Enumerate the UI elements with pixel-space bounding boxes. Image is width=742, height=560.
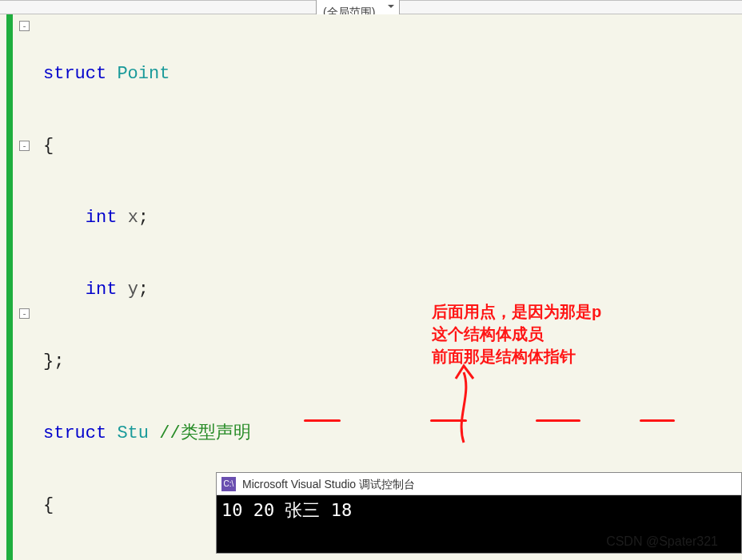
fold-box[interactable]: - <box>19 141 30 151</box>
console-title: Microsoft Visual Studio 调试控制台 <box>242 472 415 496</box>
type-name: Stu <box>117 423 149 443</box>
watermark: CSDN @Spater321 <box>606 530 718 554</box>
annotation-line: 这个结构体成员 <box>432 323 672 345</box>
code-line[interactable]: int x; <box>43 206 742 230</box>
brace: }; <box>43 351 64 371</box>
code-line[interactable]: struct Point <box>43 62 742 86</box>
annotation-underline <box>430 419 467 422</box>
type-name: Point <box>117 64 170 84</box>
fold-box[interactable]: - <box>19 21 30 31</box>
annotation-text: 后面用点，是因为那是p 这个结构体成员 前面那是结构体指针 <box>432 300 672 367</box>
annotation-line: 前面那是结构体指针 <box>432 345 672 367</box>
editor-toolbar: (全局范围) <box>0 0 742 14</box>
fold-gutter: - - - <box>19 14 42 560</box>
brace: { <box>43 136 54 156</box>
punct: ; <box>138 208 149 228</box>
brace: { <box>43 495 54 515</box>
annotation-line: 后面用点，是因为那是p <box>432 300 672 323</box>
change-bar <box>6 14 13 560</box>
type-name: int <box>86 280 118 300</box>
type-name: int <box>86 208 118 228</box>
code-line[interactable]: int y; <box>43 278 742 302</box>
comment: //类型声明 <box>159 423 250 443</box>
code-line[interactable]: struct Stu //类型声明 <box>43 422 742 446</box>
keyword: struct <box>43 423 106 443</box>
vs-icon: C:\ <box>221 477 236 491</box>
annotation-underline <box>640 419 675 422</box>
keyword: struct <box>43 64 106 84</box>
identifier: y <box>128 280 138 300</box>
code-line[interactable]: { <box>43 134 742 158</box>
identifier: x <box>128 208 138 228</box>
annotation-underline <box>536 419 580 422</box>
annotation-underline <box>304 419 341 422</box>
punct: ; <box>138 280 149 300</box>
code-editor[interactable]: - - - struct Point { int x; int y; }; st… <box>0 14 742 560</box>
console-titlebar[interactable]: C:\ Microsoft Visual Studio 调试控制台 <box>217 473 741 495</box>
fold-box[interactable]: - <box>19 308 30 319</box>
